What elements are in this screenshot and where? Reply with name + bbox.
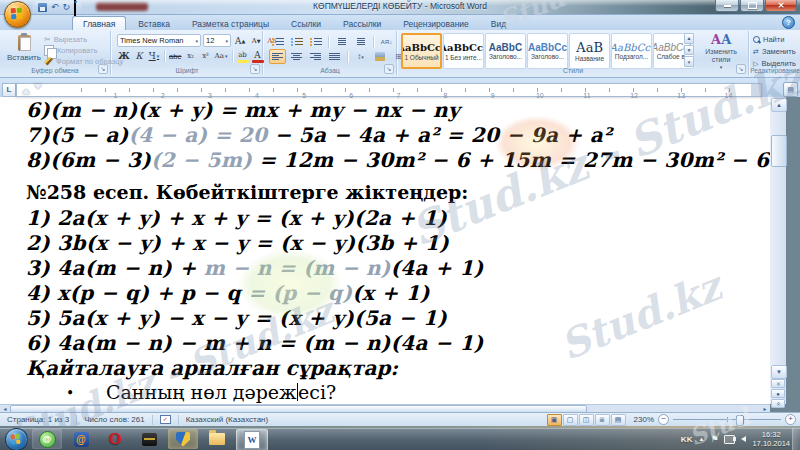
subscript-button[interactable]: x₂: [184, 50, 198, 63]
scroll-down-icon[interactable]: ▼: [771, 365, 787, 379]
gallery-up-icon[interactable]: ▲: [684, 33, 694, 44]
taskbar-word-icon[interactable]: W: [236, 429, 268, 450]
style-chip-sample: AaBbCc.: [611, 42, 652, 53]
style-chip[interactable]: AaBbCc Заголово...: [527, 33, 568, 69]
document-page[interactable]: 6)(m − n)(x + y) = mx + my − nx − ny7)(5…: [0, 97, 770, 404]
ribbon-tab[interactable]: Рецензирование: [393, 17, 479, 30]
zoom-slider-thumb[interactable]: [736, 415, 744, 426]
paste-button[interactable]: Вставить: [5, 33, 43, 67]
action-center-flag-icon[interactable]: ⚑: [710, 434, 718, 444]
draft-view-button[interactable]: ▤: [611, 414, 626, 426]
style-chip[interactable]: AaBbCc. Подзагол...: [611, 33, 652, 69]
taskbar-dark-app-icon[interactable]: [134, 429, 164, 449]
office-button[interactable]: [4, 1, 31, 28]
justify-button[interactable]: [326, 49, 343, 64]
speaker-icon[interactable]: [741, 436, 746, 442]
scroll-up-icon[interactable]: ▲: [771, 98, 787, 112]
zoom-level[interactable]: 230%: [634, 415, 654, 424]
zoom-out-button[interactable]: −: [658, 414, 669, 425]
style-chip[interactable]: АаВ Название: [569, 33, 610, 69]
ribbon-tab[interactable]: Рассылки: [333, 17, 391, 30]
hidden-icons-icon[interactable]: ▲: [698, 436, 704, 442]
vertical-scroll-thumb[interactable]: [771, 135, 787, 167]
grow-font-button[interactable]: А▲: [233, 34, 247, 47]
language-indicator[interactable]: Казахский (Казахстан): [179, 415, 276, 425]
start-button[interactable]: [5, 428, 28, 450]
line-spacing-button[interactable]: ↕▾: [352, 49, 369, 64]
maximize-button[interactable]: [740, 0, 764, 12]
style-chip[interactable]: AaBbCcI 1 Обычный: [401, 33, 442, 69]
style-chip[interactable]: AaBbCcI 1 Без инте...: [443, 33, 484, 69]
superscript-button[interactable]: x²: [199, 50, 213, 63]
doc-text-segment: = 12m − 30m² − 6 + 15m = 27m − 30m² − 6: [252, 148, 769, 172]
font-color-button[interactable]: А: [251, 48, 265, 64]
font-size-combo[interactable]: 12▾: [203, 34, 231, 47]
font-group-label: Шрифт: [112, 67, 262, 74]
bold-button[interactable]: Ж: [117, 50, 131, 63]
font-family-combo[interactable]: Times New Roman▾: [117, 34, 201, 47]
change-case-button[interactable]: Аа▾: [214, 50, 229, 63]
paragraph-group: АЯ↓ ¶ ↕▾ ⊞ ↘ Абзац: [264, 31, 397, 75]
ruler-toggle-button[interactable]: ▤: [783, 82, 798, 97]
redo-icon[interactable]: ↻: [63, 2, 71, 12]
web-layout-view-button[interactable]: ◫: [579, 414, 594, 426]
align-center-button[interactable]: [288, 49, 305, 64]
next-page-button[interactable]: «: [771, 399, 785, 408]
qat-customize-icon[interactable]: ▾: [74, 0, 76, 16]
zoom-in-button[interactable]: +: [785, 414, 796, 425]
italic-icon: К: [136, 51, 143, 61]
fullscreen-reading-view-button[interactable]: ▢: [563, 414, 578, 426]
ribbon-tab[interactable]: Вид: [481, 17, 516, 30]
ribbon-tab[interactable]: Ссылки: [281, 17, 331, 30]
taskbar-explorer-icon[interactable]: [202, 429, 232, 449]
first-line-indent-marker[interactable]: [34, 84, 42, 89]
hanging-indent-marker[interactable]: [22, 89, 30, 94]
align-right-button[interactable]: [307, 49, 324, 64]
taskbar-mailru-agent-icon[interactable]: @: [32, 429, 62, 449]
shading-button[interactable]: [371, 49, 388, 64]
style-chip[interactable]: AaBbC Заголово...: [485, 33, 526, 69]
help-button[interactable]: ?: [782, 16, 795, 29]
taskbar-opera-icon[interactable]: O: [100, 429, 130, 449]
strikethrough-button[interactable]: abe: [168, 50, 183, 63]
ribbon-tab[interactable]: Главная: [72, 16, 126, 30]
minimize-button[interactable]: [715, 0, 739, 12]
multilevel-list-button[interactable]: [307, 34, 324, 49]
save-icon[interactable]: [38, 3, 47, 12]
close-button[interactable]: ✕: [765, 0, 797, 12]
language-switcher[interactable]: KK: [681, 435, 693, 444]
taskbar-mailru-icon[interactable]: @: [66, 429, 96, 449]
style-chip-name: Название: [575, 55, 604, 62]
select-browse-object-button[interactable]: ●: [771, 389, 785, 398]
vertical-scrollbar[interactable]: ▲ ▼ » ● «: [770, 97, 786, 404]
find-button[interactable]: Найти: [753, 34, 796, 44]
outline-view-button[interactable]: ≣: [595, 414, 610, 426]
clock[interactable]: 16:32 17.10.2014: [752, 430, 790, 448]
numbering-button[interactable]: [288, 34, 305, 49]
zoom-slider[interactable]: [673, 415, 781, 424]
undo-icon[interactable]: ↶: [51, 2, 59, 12]
increase-indent-button[interactable]: [352, 34, 369, 49]
align-left-button[interactable]: [269, 49, 286, 64]
ribbon-tab[interactable]: Разметка страницы: [182, 17, 279, 30]
underline-button[interactable]: Ч▾: [147, 50, 161, 63]
italic-button[interactable]: К: [132, 50, 146, 63]
word-count[interactable]: Число слов: 261: [77, 415, 152, 425]
print-layout-view-button[interactable]: ▣: [547, 414, 562, 426]
previous-page-button[interactable]: »: [771, 379, 785, 388]
bullets-button[interactable]: [269, 34, 286, 49]
gallery-more-icon[interactable]: ▾: [684, 56, 694, 67]
shrink-font-button[interactable]: А▼: [249, 34, 263, 47]
page-indicator[interactable]: Страница: 1 из 3: [0, 415, 77, 425]
style-chip-sample: AaBbCcI: [443, 42, 484, 54]
show-desktop-button[interactable]: [792, 428, 800, 450]
replace-button[interactable]: ⇄Заменить: [753, 46, 796, 56]
gallery-down-icon[interactable]: ▼: [684, 45, 694, 56]
ribbon-tab[interactable]: Вставка: [128, 17, 180, 30]
spellcheck-status[interactable]: ✓: [153, 415, 179, 425]
highlight-button[interactable]: ab: [236, 48, 250, 64]
tab-selector-button[interactable]: L: [2, 83, 16, 97]
taskbar-security-icon[interactable]: [168, 429, 198, 449]
sort-button[interactable]: АЯ↓: [378, 34, 395, 49]
decrease-indent-button[interactable]: [333, 34, 350, 49]
